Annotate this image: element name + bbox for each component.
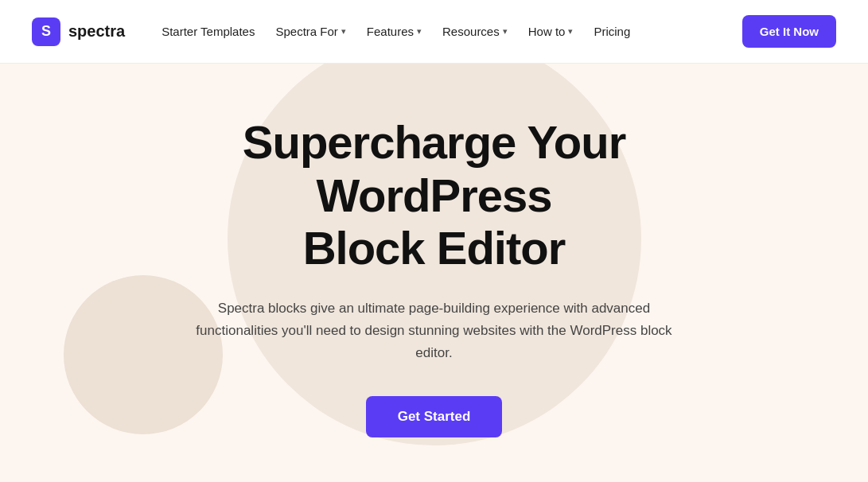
nav-label-features: Features bbox=[367, 25, 414, 38]
nav-link-starter-templates[interactable]: Starter Templates bbox=[154, 20, 263, 43]
nav-item-features: Features ▾ bbox=[359, 20, 430, 43]
logo-name: spectra bbox=[68, 22, 125, 41]
nav-item-resources: Resources ▾ bbox=[434, 20, 516, 43]
nav-link-spectra-for[interactable]: Spectra For ▾ bbox=[267, 20, 353, 43]
nav-link-resources[interactable]: Resources ▾ bbox=[434, 20, 516, 43]
nav-label-spectra-for: Spectra For bbox=[275, 25, 337, 38]
nav-item-spectra-for: Spectra For ▾ bbox=[267, 20, 353, 43]
logo-icon: S bbox=[32, 17, 60, 46]
nav-label-how-to: How to bbox=[528, 25, 566, 38]
hero-subtitle: Spectra blocks give an ultimate page-bui… bbox=[188, 297, 681, 364]
get-started-button[interactable]: Get Started bbox=[366, 396, 503, 437]
navbar-left: S spectra Starter Templates Spectra For … bbox=[32, 17, 638, 46]
nav-item-starter-templates: Starter Templates bbox=[154, 20, 263, 43]
get-it-now-button[interactable]: Get It Now bbox=[742, 15, 836, 48]
nav-link-features[interactable]: Features ▾ bbox=[359, 20, 430, 43]
logo-link[interactable]: S spectra bbox=[32, 17, 125, 46]
nav-link-how-to[interactable]: How to ▾ bbox=[520, 20, 582, 43]
nav-label-starter-templates: Starter Templates bbox=[162, 25, 255, 38]
nav-links: Starter Templates Spectra For ▾ Features… bbox=[154, 20, 638, 43]
chevron-down-icon: ▾ bbox=[417, 26, 422, 37]
nav-label-resources: Resources bbox=[442, 25, 500, 38]
nav-link-pricing[interactable]: Pricing bbox=[586, 20, 638, 43]
nav-label-pricing: Pricing bbox=[594, 25, 630, 38]
navbar: S spectra Starter Templates Spectra For … bbox=[0, 0, 868, 64]
chevron-down-icon: ▾ bbox=[568, 26, 573, 37]
hero-title-line2: Block Editor bbox=[303, 222, 566, 274]
chevron-down-icon: ▾ bbox=[503, 26, 508, 37]
hero-title-line1: Supercharge Your WordPress bbox=[243, 116, 625, 221]
logo-icon-text: S bbox=[41, 23, 51, 40]
nav-item-how-to: How to ▾ bbox=[520, 20, 582, 43]
chevron-down-icon: ▾ bbox=[341, 26, 346, 37]
hero-title: Supercharge Your WordPress Block Editor bbox=[127, 116, 741, 275]
nav-item-pricing: Pricing bbox=[586, 20, 638, 43]
hero-section: Supercharge Your WordPress Block Editor … bbox=[0, 64, 868, 482]
